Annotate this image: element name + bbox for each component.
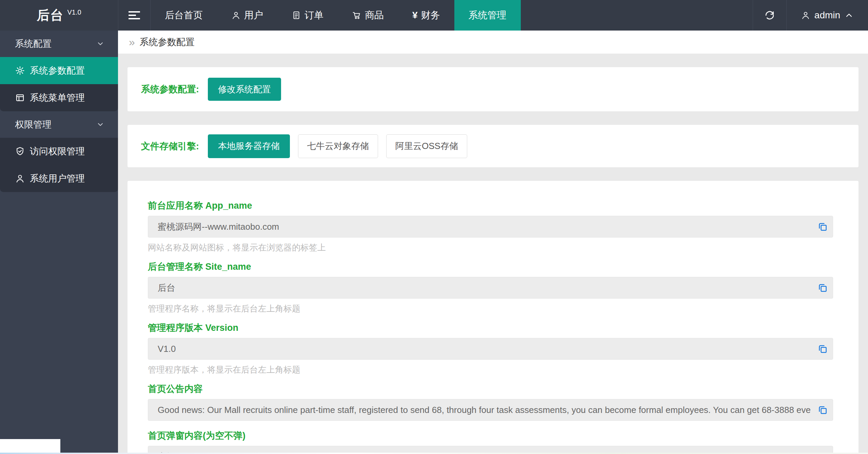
storage-engine-label: 文件存储引擎: [141,140,199,152]
field-label: 前台应用名称 App_name [148,200,833,211]
window-menu-icon [15,93,25,103]
user-icon [15,173,25,184]
field-input-wrap [148,399,833,421]
logo-version: V1.0 [67,8,81,16]
version-input[interactable] [148,338,833,360]
sidebar-group-permissions[interactable]: 权限管理 [0,111,118,138]
chevron-down-icon [96,120,104,129]
sidebar-item-system-params[interactable]: 系统参数配置 [0,57,118,84]
field-label: 首页公告内容 [148,383,833,394]
sidebar-item-label: 系统菜单管理 [30,92,85,104]
sidebar-item-label: 访问权限管理 [30,145,85,157]
copy-button[interactable] [817,222,828,232]
sidebar-group-system-config[interactable]: 系统配置 [0,31,118,57]
storage-option-local-button[interactable]: 本地服务器存储 [208,134,290,158]
order-document-icon [292,11,301,20]
field-label: 管理程序版本 Version [148,322,833,333]
sidebar-item-system-menu[interactable]: 系统菜单管理 [0,84,118,111]
sidebar-item-access-permissions[interactable]: 访问权限管理 [0,138,118,165]
user-icon [231,11,241,20]
copy-icon [817,344,828,354]
sidebar: 系统配置 系统参数配置 系统菜单管理 权限管理 访问权限管理 系统 [0,31,118,454]
nav-item-goods[interactable]: 商品 [338,0,398,31]
modify-system-config-button[interactable]: 修改系统配置 [208,78,281,101]
page-title: 系统参数配置 [140,36,195,48]
copy-button[interactable] [817,344,828,354]
field-help: 管理程序名称，将显示在后台左上角标题 [148,304,833,313]
sidebar-submenu-system-config: 系统参数配置 系统菜单管理 [0,57,118,111]
system-config-label: 系统参数配置: [141,83,199,95]
refresh-button[interactable] [753,0,786,31]
nav-item-label: 用户 [244,9,263,22]
copy-icon [817,405,828,415]
nav-item-finance[interactable]: ¥ 财务 [398,0,454,31]
sidebar-item-system-users[interactable]: 系统用户管理 [0,165,118,192]
breadcrumb-chevrons-icon: » [129,37,135,48]
field-label: 首页弹窗内容(为空不弹) [148,430,833,441]
storage-option-qiniu-button[interactable]: 七牛云对象存储 [298,134,378,158]
topbar: 后台 V1.0 后台首页 用户 订单 商品 ¥ 财务 [0,0,868,31]
user-menu[interactable]: admin [786,0,868,31]
yen-icon: ¥ [412,10,418,21]
refresh-icon [764,10,775,21]
logo-title: 后台 [37,7,64,24]
shield-check-icon [15,146,25,156]
nav-item-system-management[interactable]: 系统管理 [454,0,521,31]
field-input-wrap [148,216,833,238]
copy-button[interactable] [817,405,828,415]
storage-engine-card: 文件存储引擎: 本地服务器存储 七牛云对象存储 阿里云OSS存储 [127,125,859,167]
nav-item-label: 财务 [421,9,440,22]
nav-item-orders[interactable]: 订单 [277,0,338,31]
form-field-popup: 首页弹窗内容(为空不弹) [148,430,833,454]
nav-item-label: 系统管理 [469,9,507,22]
form-field-version: 管理程序版本 Version 管理程序版本，将显示在后台左上角标题 [148,322,833,374]
sidebar-toggle-button[interactable] [118,0,151,31]
system-config-card: 系统参数配置: 修改系统配置 [127,67,859,111]
chevron-up-icon [844,11,854,20]
copy-button[interactable] [817,283,828,293]
nav-item-home[interactable]: 后台首页 [151,0,217,31]
field-help: 管理程序版本，将显示在后台左上角标题 [148,365,833,374]
sidebar-item-label: 系统参数配置 [30,64,85,77]
form-field-site-name: 后台管理名称 Site_name 管理程序名称，将显示在后台左上角标题 [148,261,833,313]
storage-option-alioss-button[interactable]: 阿里云OSS存储 [386,134,467,158]
gear-icon [15,65,25,76]
sidebar-group-label: 系统配置 [15,38,52,50]
app-name-input[interactable] [148,216,833,238]
corner-overlay [0,439,60,454]
bottom-edge [0,453,868,454]
nav-item-label: 订单 [304,9,323,22]
breadcrumb: » 系统参数配置 [118,31,868,54]
copy-icon [817,222,828,232]
topbar-right: admin [753,0,868,31]
sidebar-group-label: 权限管理 [15,118,52,131]
field-label: 后台管理名称 Site_name [148,261,833,272]
nav-item-label: 商品 [365,9,384,22]
copy-icon [817,283,828,293]
main-nav: 后台首页 用户 订单 商品 ¥ 财务 系统管理 [151,0,521,31]
site-name-input[interactable] [148,277,833,299]
chevron-down-icon [96,40,104,48]
cart-icon [352,11,361,20]
nav-item-label: 后台首页 [165,9,203,22]
user-name: admin [814,10,840,21]
hamburger-icon [129,11,140,19]
form-field-app-name: 前台应用名称 App_name 网站名称及网站图标，将显示在浏览器的标签上 [148,200,833,252]
main-content: » 系统参数配置 系统参数配置: 修改系统配置 文件存储引擎: 本地服务器存储 … [118,31,868,454]
user-icon [801,11,810,20]
field-help: 网站名称及网站图标，将显示在浏览器的标签上 [148,243,833,252]
settings-form-card: 前台应用名称 App_name 网站名称及网站图标，将显示在浏览器的标签上 后台… [127,181,859,454]
sidebar-item-label: 系统用户管理 [30,172,85,185]
app-logo: 后台 V1.0 [0,0,118,31]
sidebar-submenu-permissions: 访问权限管理 系统用户管理 [0,138,118,192]
field-input-wrap [148,338,833,360]
admin-app: 后台 V1.0 后台首页 用户 订单 商品 ¥ 财务 [0,0,868,454]
nav-item-users[interactable]: 用户 [217,0,277,31]
form-field-announcement: 首页公告内容 [148,383,833,421]
field-input-wrap [148,277,833,299]
announcement-input[interactable] [148,399,833,421]
